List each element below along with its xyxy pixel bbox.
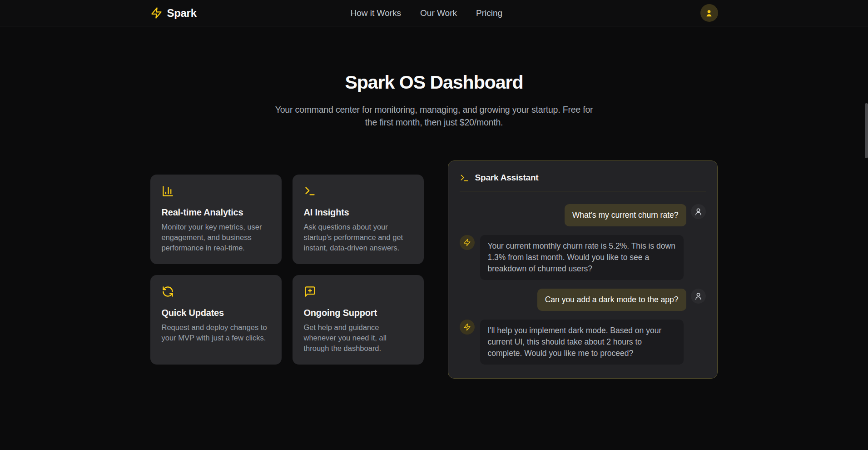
terminal-icon: [460, 173, 469, 183]
assistant-message-bubble: I'll help you implement dark mode. Based…: [480, 320, 684, 365]
feature-description: Ask questions about your startup's perfo…: [304, 222, 412, 253]
main-nav: How it Works Our Work Pricing: [350, 8, 502, 18]
feature-title: Ongoing Support: [304, 308, 412, 318]
main-content: Real-time Analytics Monitor your key met…: [150, 160, 718, 379]
assistant-avatar: [460, 235, 475, 250]
spark-assistant-panel: Spark Assistant What's my current churn …: [448, 160, 718, 379]
zap-icon: [463, 239, 471, 246]
feature-card-quick-updates: Quick Updates Request and deploy changes…: [150, 275, 282, 365]
nav-link-how-it-works[interactable]: How it Works: [350, 8, 401, 18]
assistant-header: Spark Assistant: [460, 161, 706, 191]
assistant-message-bubble: Your current monthly churn rate is 5.2%.…: [480, 235, 684, 280]
user-message-bubble: What's my current churn rate?: [565, 204, 686, 226]
navbar: Spark How it Works Our Work Pricing: [0, 0, 868, 26]
feature-title: Quick Updates: [162, 308, 270, 318]
zap-icon: [463, 323, 471, 331]
feature-title: AI Insights: [304, 207, 412, 218]
hero-section: Spark OS Dashboard Your command center f…: [0, 72, 868, 129]
user-message-bubble: Can you add a dark mode to the app?: [537, 289, 686, 311]
page-title: Spark OS Dashboard: [0, 72, 868, 93]
assistant-title: Spark Assistant: [475, 173, 539, 183]
chat-message-assistant: I'll help you implement dark mode. Based…: [460, 320, 706, 365]
brand-name: Spark: [167, 7, 197, 20]
account-avatar-button[interactable]: [700, 4, 718, 22]
brand-logo[interactable]: Spark: [150, 7, 197, 20]
assistant-avatar: [460, 320, 475, 335]
navbar-inner: Spark How it Works Our Work Pricing: [150, 0, 718, 26]
chat-message-user: What's my current churn rate?: [460, 204, 706, 226]
bar-chart-icon: [162, 185, 270, 197]
feature-title: Real-time Analytics: [162, 207, 270, 218]
refresh-icon: [162, 285, 270, 298]
user-avatar: [691, 204, 706, 219]
feature-description: Get help and guidance whenever you need …: [304, 322, 412, 354]
message-square-plus-icon: [304, 285, 412, 298]
user-avatar: [691, 289, 706, 304]
feature-description: Monitor your key metrics, user engagemen…: [162, 222, 270, 253]
spark-zap-icon: [150, 7, 163, 19]
user-icon: [694, 292, 703, 300]
chat-message-assistant: Your current monthly churn rate is 5.2%.…: [460, 235, 706, 280]
chat-message-user: Can you add a dark mode to the app?: [460, 289, 706, 311]
nav-link-pricing[interactable]: Pricing: [476, 8, 502, 18]
scrollbar-thumb[interactable]: [865, 103, 868, 158]
feature-card-ongoing-support: Ongoing Support Get help and guidance wh…: [293, 275, 424, 365]
terminal-icon: [304, 185, 412, 197]
feature-card-realtime-analytics: Real-time Analytics Monitor your key met…: [150, 175, 282, 264]
nav-link-our-work[interactable]: Our Work: [420, 8, 457, 18]
scrollbar-track[interactable]: [864, 0, 868, 450]
user-icon: [694, 207, 703, 216]
hero-subtitle: Your command center for monitoring, mana…: [275, 103, 593, 129]
features-grid: Real-time Analytics Monitor your key met…: [150, 175, 424, 365]
user-filled-icon: [704, 9, 714, 18]
feature-card-ai-insights: AI Insights Ask questions about your sta…: [293, 175, 424, 264]
feature-description: Request and deploy changes to your MVP w…: [162, 322, 270, 343]
chat-messages: What's my current churn rate? Your curre…: [448, 191, 717, 378]
